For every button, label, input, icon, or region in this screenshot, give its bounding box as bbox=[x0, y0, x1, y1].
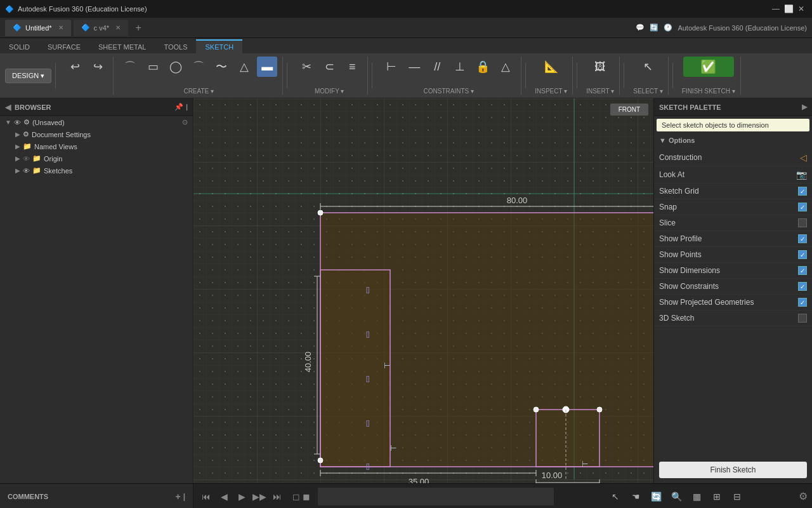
tab-untitled[interactable]: 🔷 Untitled* ✕ bbox=[5, 20, 71, 36]
ribbon-tab-solid[interactable]: SOLID bbox=[0, 41, 39, 53]
show-points-checkbox[interactable]: ✓ bbox=[798, 250, 807, 259]
palette-row-construction[interactable]: Construction ◁ bbox=[654, 149, 812, 166]
palette-row-snap[interactable]: Snap ✓ bbox=[654, 199, 812, 215]
palette-row-show-constraints[interactable]: Show Constraints ✓ bbox=[654, 279, 812, 295]
comments-add-icon[interactable]: + bbox=[175, 491, 180, 502]
view-mode-btn[interactable]: ⊟ bbox=[728, 488, 746, 505]
finish-sketch-button[interactable]: ✅ bbox=[683, 57, 734, 77]
browser-panel: ◀ BROWSER 📌 | ▼ 👁 ⚙ (Unsaved) ⊙ ▶ ⚙ Docu… bbox=[0, 98, 193, 483]
canvas-area[interactable]: 80.00 25 50 75 40.00 35.00 10.00 3.00 bbox=[193, 98, 653, 483]
finish-sketch-palette-button[interactable]: Finish Sketch bbox=[659, 462, 807, 478]
nav-play-button[interactable]: ▶ bbox=[234, 489, 249, 504]
hand-tool-btn[interactable]: ☚ bbox=[627, 488, 645, 505]
palette-options-label[interactable]: ▼ Options bbox=[659, 137, 807, 144]
nav-last-button[interactable]: ⏭ bbox=[270, 489, 285, 504]
sketch-grid-checkbox[interactable]: ✓ bbox=[798, 187, 807, 196]
browser-item-named-views[interactable]: ▶ 📁 Named Views bbox=[0, 140, 193, 152]
polygon-tool[interactable]: △ bbox=[234, 57, 254, 77]
tab-close-cv4[interactable]: ✕ bbox=[115, 24, 121, 31]
insert-image-tool[interactable]: 🖼 bbox=[590, 57, 610, 77]
show-dimensions-checkbox[interactable]: ✓ bbox=[798, 266, 807, 275]
nav-prev-button[interactable]: ◀ bbox=[216, 489, 232, 504]
history-icon[interactable]: 🕐 bbox=[664, 23, 672, 32]
browser-item-doc-settings[interactable]: ▶ ⚙ Document Settings bbox=[0, 128, 193, 140]
eye-icon[interactable]: 👁 bbox=[14, 119, 21, 126]
slice-checkbox[interactable] bbox=[798, 218, 807, 227]
equal-constraint[interactable]: 🔒 bbox=[473, 57, 493, 77]
orbit-tool-btn[interactable]: 🔄 bbox=[647, 488, 665, 505]
coincident-constraint[interactable]: ⊢ bbox=[381, 57, 402, 77]
palette-row-show-projected[interactable]: Show Projected Geometries ✓ bbox=[654, 295, 812, 311]
nav-first-button[interactable]: ⏮ bbox=[199, 489, 214, 504]
browser-item-origin[interactable]: ▶ 👁 📁 Origin bbox=[0, 152, 193, 164]
notifications-icon[interactable]: 💬 bbox=[636, 23, 645, 32]
collab-icon[interactable]: 🔄 bbox=[650, 23, 658, 32]
browser-pin-icon[interactable]: 📌 bbox=[174, 103, 183, 111]
show-profile-checkbox[interactable]: ✓ bbox=[798, 234, 807, 243]
tangent-constraint[interactable]: △ bbox=[495, 57, 516, 77]
ribbon-tab-sheet-metal[interactable]: SHEET METAL bbox=[89, 41, 155, 53]
ribbon-tab-tools[interactable]: TOOLS bbox=[155, 41, 196, 53]
sketches-eye-icon[interactable]: 👁 bbox=[23, 167, 30, 175]
timeline-track[interactable] bbox=[318, 488, 554, 505]
view-cube[interactable]: FRONT bbox=[610, 104, 648, 135]
undo-button[interactable]: ↩ bbox=[65, 57, 85, 77]
select-tool[interactable]: ↖ bbox=[638, 57, 658, 77]
spline-tool[interactable]: 〜 bbox=[211, 57, 232, 77]
rect-active-tool[interactable]: ▬ bbox=[257, 57, 277, 77]
view-cube-label[interactable]: FRONT bbox=[610, 104, 648, 116]
design-button[interactable]: DESIGN ▾ bbox=[5, 69, 51, 83]
keyframe-icon1[interactable]: ◻ bbox=[292, 491, 300, 502]
show-constraints-checkbox[interactable]: ✓ bbox=[798, 282, 807, 291]
arc-tool[interactable]: ⌒ bbox=[188, 57, 209, 77]
ribbon-tab-sketch[interactable]: SKETCH bbox=[196, 39, 242, 53]
horizontal-constraint[interactable]: — bbox=[404, 57, 424, 77]
extend-tool[interactable]: ⊂ bbox=[319, 57, 339, 77]
zoom-tool-btn[interactable]: 🔍 bbox=[667, 488, 685, 505]
palette-row-slice[interactable]: Slice bbox=[654, 215, 812, 231]
minimize-button[interactable]: — bbox=[770, 3, 782, 15]
browser-back-icon[interactable]: ◀ bbox=[5, 103, 11, 112]
browser-collapse-icon[interactable]: | bbox=[186, 103, 188, 111]
user-name: Autodesk Fusion 360 (Education License) bbox=[678, 24, 807, 32]
perp-constraint[interactable]: ⊥ bbox=[450, 57, 470, 77]
palette-row-show-dimensions[interactable]: Show Dimensions ✓ bbox=[654, 263, 812, 279]
nav-next-button[interactable]: ▶▶ bbox=[252, 489, 267, 504]
construction-icon[interactable]: ◁ bbox=[800, 152, 807, 163]
title-bar: 🔷 Autodesk Fusion 360 (Education License… bbox=[0, 0, 812, 18]
redo-button[interactable]: ↪ bbox=[88, 57, 108, 77]
palette-row-show-points[interactable]: Show Points ✓ bbox=[654, 247, 812, 263]
cursor-tool-btn[interactable]: ↖ bbox=[606, 488, 624, 505]
3d-sketch-checkbox[interactable] bbox=[798, 314, 807, 323]
browser-item-unsaved[interactable]: ▼ 👁 ⚙ (Unsaved) ⊙ bbox=[0, 116, 193, 128]
display-mode-btn[interactable]: ▦ bbox=[688, 488, 705, 505]
trim-tool[interactable]: ✂ bbox=[296, 57, 317, 77]
offset-tool[interactable]: ≡ bbox=[342, 57, 362, 77]
palette-row-sketch-grid[interactable]: Sketch Grid ✓ bbox=[654, 184, 812, 199]
line-tool[interactable]: ⌒ bbox=[120, 57, 140, 77]
tab-cv4[interactable]: 🔷 c v4* ✕ bbox=[74, 20, 128, 36]
circle-tool[interactable]: ◯ bbox=[166, 57, 186, 77]
parallel-constraint[interactable]: // bbox=[427, 57, 447, 77]
tab-icon-cv4: 🔷 bbox=[81, 23, 90, 32]
look-at-icon[interactable]: 📷 bbox=[796, 170, 807, 180]
palette-expand-icon[interactable]: ▶ bbox=[802, 103, 807, 111]
snap-checkbox[interactable]: ✓ bbox=[798, 203, 807, 211]
comments-collapse-icon[interactable]: | bbox=[183, 492, 185, 501]
ribbon-tab-surface[interactable]: SURFACE bbox=[39, 41, 89, 53]
measure-tool[interactable]: 📐 bbox=[541, 57, 561, 77]
maximize-button[interactable]: ⬜ bbox=[783, 3, 794, 15]
keyframe-icon2[interactable]: ◼ bbox=[303, 491, 310, 502]
rect-tool[interactable]: ▭ bbox=[143, 57, 163, 77]
tab-add-button[interactable]: + bbox=[131, 20, 146, 36]
tab-close-untitled[interactable]: ✕ bbox=[58, 24, 63, 31]
browser-item-sketches[interactable]: ▶ 👁 📁 Sketches bbox=[0, 164, 193, 177]
palette-row-look-at[interactable]: Look At 📷 bbox=[654, 166, 812, 184]
palette-row-3d-sketch[interactable]: 3D Sketch bbox=[654, 311, 812, 326]
grid-display-btn[interactable]: ⊞ bbox=[708, 488, 726, 505]
palette-row-show-profile[interactable]: Show Profile ✓ bbox=[654, 231, 812, 247]
palette-tooltip: Select sketch objects to dimension bbox=[657, 119, 809, 131]
show-projected-checkbox[interactable]: ✓ bbox=[798, 298, 807, 307]
settings-button[interactable]: ⚙ bbox=[794, 488, 812, 505]
close-button[interactable]: ✕ bbox=[796, 3, 807, 15]
